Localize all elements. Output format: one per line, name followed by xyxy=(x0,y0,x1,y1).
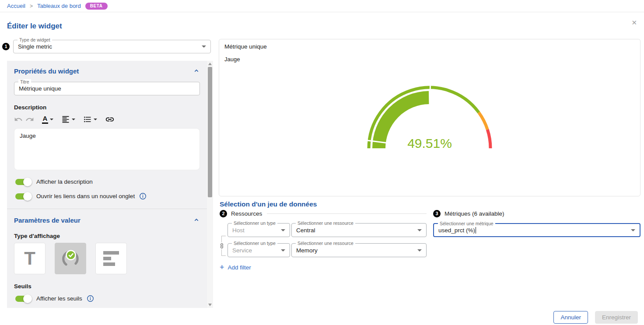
insert-link-icon[interactable] xyxy=(105,115,115,124)
chevron-down-icon xyxy=(50,119,53,120)
add-filter-label: Add filter xyxy=(228,264,251,271)
open-links-toggle-row: Ouvrir les liens dans un nouvel onglet xyxy=(14,192,200,201)
undo-icon[interactable] xyxy=(14,115,23,124)
plus-icon: + xyxy=(220,263,224,271)
resources-header: 2 Ressources xyxy=(220,210,427,217)
metrics-label: Métriques (6 available) xyxy=(444,210,504,217)
metrics-block: 3 Métriques (6 available) Sélectionner u… xyxy=(433,210,640,237)
scrollbar[interactable] xyxy=(207,61,213,308)
scrollbar-thumb[interactable] xyxy=(208,67,212,197)
link-icon xyxy=(219,242,225,249)
chevron-down-icon xyxy=(94,119,97,120)
widget-type-label: Type de widget xyxy=(18,37,52,43)
metric-select[interactable]: Sélectionner une métrique used_prct (%) xyxy=(433,223,640,237)
step-3-badge: 3 xyxy=(433,210,441,217)
show-thresholds-label: Afficher les seuils xyxy=(36,295,82,302)
redo-icon[interactable] xyxy=(25,115,34,124)
resource-type-value: Service xyxy=(232,247,252,254)
gauge-value: 49.51% xyxy=(407,136,452,150)
resource-type-value: Host xyxy=(232,227,245,234)
properties-heading: Propriétés du widget xyxy=(14,67,79,75)
save-button[interactable]: Enregistrer xyxy=(595,311,638,324)
resource-select[interactable]: Sélectionner une ressource Memory xyxy=(291,243,427,257)
resources-label: Ressources xyxy=(231,210,262,217)
resource-label: Sélectionner une ressource xyxy=(296,241,355,246)
bulleted-list-icon[interactable] xyxy=(83,115,97,124)
collapse-value-settings-icon[interactable] xyxy=(193,217,200,224)
add-filter-button[interactable]: + Add filter xyxy=(220,263,427,271)
resource-rows: Sélectionner un type Host Sélectionner u… xyxy=(220,223,427,257)
resource-label: Sélectionner une ressource xyxy=(296,220,355,226)
text-color-icon[interactable]: A xyxy=(42,115,53,124)
gauge-arc-warning xyxy=(479,112,487,129)
show-thresholds-toggle[interactable] xyxy=(15,296,30,302)
preview-title: Métrique unique xyxy=(224,43,635,50)
show-description-toggle[interactable] xyxy=(15,179,30,185)
richtext-toolbar: A xyxy=(14,114,200,125)
page-title: Éditer le widget xyxy=(7,22,62,31)
title-field[interactable]: Titre Métrique unique xyxy=(14,82,200,95)
chevron-down-icon xyxy=(202,45,206,48)
chevron-down-icon xyxy=(281,229,285,231)
display-type-text-button[interactable]: T xyxy=(14,243,46,274)
preview-description: Jauge xyxy=(224,56,635,63)
info-icon[interactable] xyxy=(87,295,94,302)
info-icon[interactable] xyxy=(139,192,147,200)
close-icon[interactable]: ✕ xyxy=(631,19,637,26)
bar-chart-display-icon xyxy=(103,251,119,266)
widget-preview: Métrique unique Jauge 49.51% xyxy=(219,39,640,196)
scroll-down-icon[interactable] xyxy=(208,304,212,306)
cancel-button[interactable]: Annuler xyxy=(553,311,588,324)
title-field-label: Titre xyxy=(18,79,31,85)
description-label: Description xyxy=(14,104,200,111)
resource-type-label: Sélectionner un type xyxy=(232,220,277,226)
resource-type-select[interactable]: Sélectionner un type Service xyxy=(228,243,290,257)
description-textarea[interactable]: Jauge xyxy=(14,128,200,170)
align-left-icon[interactable] xyxy=(61,115,75,124)
value-settings-heading: Paramètres de valeur xyxy=(14,217,80,224)
resource-select[interactable]: Sélectionner une ressource Central xyxy=(291,223,427,237)
show-description-label: Afficher la description xyxy=(36,178,93,185)
value-settings-section-header: Paramètres de valeur xyxy=(14,216,200,224)
collapse-properties-icon[interactable] xyxy=(193,67,200,74)
chevron-down-icon xyxy=(417,229,422,231)
resource-type-select[interactable]: Sélectionner un type Host xyxy=(228,223,290,237)
display-type-options: T xyxy=(14,243,200,274)
display-type-bar-button[interactable] xyxy=(95,243,127,274)
chevron-down-icon xyxy=(72,119,75,120)
chevron-down-icon xyxy=(417,249,422,252)
thresholds-label: Seuils xyxy=(14,283,200,290)
display-type-label: Type d'affichage xyxy=(14,233,200,239)
widget-type-row: 1 Type de widget Single metric xyxy=(2,40,211,53)
step-1-badge: 1 xyxy=(2,43,10,50)
section-divider xyxy=(7,209,207,209)
resource-value: Central xyxy=(296,227,315,234)
resource-value: Memory xyxy=(296,247,318,254)
header-divider xyxy=(267,213,427,214)
resources-block: 2 Ressources Sélectionner un type Host S… xyxy=(220,210,427,271)
properties-section-header: Propriétés du widget xyxy=(14,67,200,75)
chevron-down-icon xyxy=(631,229,635,231)
open-links-label: Ouvrir les liens dans un nouvel onglet xyxy=(36,193,135,199)
beta-badge: BETA xyxy=(85,3,108,10)
dataset-heading: Sélection d'un jeu de données xyxy=(220,200,317,208)
gauge-wrap: 49.51% xyxy=(224,82,635,151)
show-thresholds-toggle-row: Afficher les seuils xyxy=(14,294,200,303)
widget-settings-panel: Propriétés du widget Titre Métrique uniq… xyxy=(7,61,207,308)
footer-actions: Annuler Enregistrer xyxy=(553,311,638,324)
scroll-up-icon[interactable] xyxy=(208,63,212,65)
open-links-toggle[interactable] xyxy=(15,193,30,199)
display-type-gauge-button[interactable] xyxy=(55,243,86,274)
gauge-display-icon xyxy=(60,248,80,269)
breadcrumb-dashboards-link[interactable]: Tableaux de bord xyxy=(37,3,81,9)
breadcrumb-separator: > xyxy=(30,3,33,9)
show-description-toggle-row: Afficher la description xyxy=(14,177,200,186)
gauge-chart: 49.51% xyxy=(364,82,495,151)
resource-row: Sélectionner un type Service Sélectionne… xyxy=(228,243,427,257)
breadcrumb-home-link[interactable]: Accueil xyxy=(7,3,25,9)
widget-type-select[interactable]: Type de widget Single metric xyxy=(13,40,211,53)
metric-select-label: Sélectionner une métrique xyxy=(438,221,495,227)
step-2-badge: 2 xyxy=(220,210,227,217)
metrics-header: 3 Métriques (6 available) xyxy=(433,210,640,217)
chevron-down-icon xyxy=(281,249,285,252)
